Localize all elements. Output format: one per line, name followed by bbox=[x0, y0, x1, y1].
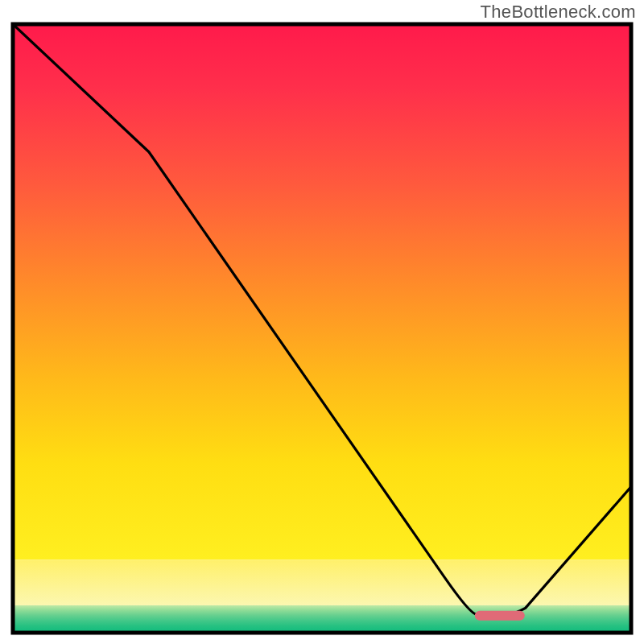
bg-green bbox=[13, 605, 631, 633]
bottleneck-chart bbox=[0, 0, 644, 644]
plot-background bbox=[13, 24, 631, 633]
chart-stage: TheBottleneck.com bbox=[0, 0, 644, 644]
watermark-label: TheBottleneck.com bbox=[481, 2, 636, 23]
bg-red-yellow bbox=[13, 24, 631, 559]
bg-pale-yellow bbox=[13, 559, 631, 605]
